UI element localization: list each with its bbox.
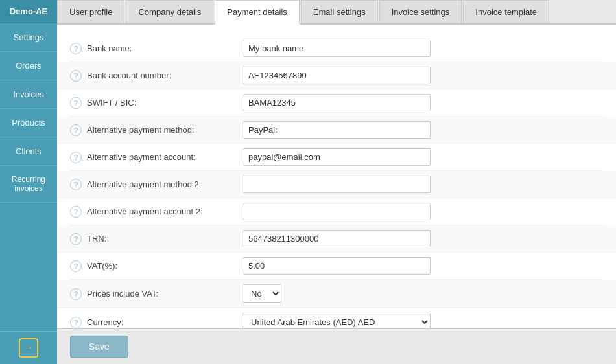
help-icon-alt-payment-method-2[interactable]: ? (70, 179, 82, 190)
help-icon-currency[interactable]: ? (70, 317, 82, 328)
sidebar-item-products[interactable]: Products (0, 109, 57, 137)
save-button[interactable]: Save (70, 336, 128, 358)
sidebar-bottom: → (0, 331, 57, 364)
field-row-swift-bic: ? SWIFT / BIC: (70, 89, 603, 117)
form-footer: Save (57, 328, 616, 364)
field-row-trn: ? TRN: (57, 225, 616, 253)
input-swift-bic[interactable] (243, 94, 431, 111)
label-prices-include-vat: Prices include VAT: (87, 289, 243, 299)
tabs-bar: User profile Company details Payment det… (57, 0, 616, 25)
main-content: User profile Company details Payment det… (57, 0, 616, 364)
label-bank-account-number: Bank account number: (87, 71, 243, 80)
label-vat: VAT(%): (87, 261, 243, 271)
sidebar-header: Demo-AE (0, 0, 57, 23)
sidebar-item-clients[interactable]: Clients (0, 137, 57, 166)
tab-invoice-template[interactable]: Invoice template (463, 0, 549, 23)
tab-company-details[interactable]: Company details (126, 0, 213, 23)
help-icon-bank-account-number[interactable]: ? (70, 70, 82, 82)
field-row-alt-payment-method: ? Alternative payment method: (57, 117, 616, 144)
field-row-bank-name: ? Bank name: (70, 35, 603, 62)
field-row-currency: ? Currency: United Arab Emirates (AED) A… (70, 308, 603, 328)
input-vat[interactable] (243, 257, 431, 275)
field-row-bank-account-number: ? Bank account number: (57, 62, 616, 89)
tab-invoice-settings[interactable]: Invoice settings (379, 0, 462, 23)
tab-user-profile[interactable]: User profile (57, 0, 124, 23)
input-bank-account-number[interactable] (243, 67, 431, 84)
input-alt-payment-method-2[interactable] (243, 176, 431, 193)
label-alt-payment-method: Alternative payment method: (87, 125, 243, 135)
help-icon-alt-payment-account[interactable]: ? (70, 152, 82, 163)
select-prices-include-vat[interactable]: No Yes (243, 284, 281, 303)
label-alt-payment-method-2: Alternative payment method 2: (87, 179, 243, 189)
sidebar-item-invoices[interactable]: Invoices (0, 80, 57, 109)
form-area: ? Bank name: ? Bank account number: ? SW… (57, 25, 616, 328)
tab-email-settings[interactable]: Email settings (301, 0, 378, 23)
help-icon-trn[interactable]: ? (70, 233, 82, 245)
label-swift-bic: SWIFT / BIC: (87, 98, 243, 108)
help-icon-vat[interactable]: ? (70, 260, 82, 272)
input-alt-payment-method[interactable] (243, 121, 431, 139)
help-icon-alt-payment-account-2[interactable]: ? (70, 206, 82, 218)
select-currency[interactable]: United Arab Emirates (AED) AED USD EUR (243, 313, 431, 328)
label-alt-payment-account-2: Alternative payment account 2: (87, 207, 243, 216)
logout-icon[interactable]: → (19, 338, 38, 358)
input-trn[interactable] (243, 230, 431, 247)
tab-payment-details[interactable]: Payment details (215, 0, 300, 25)
label-currency: Currency: (87, 317, 243, 327)
field-row-vat: ? VAT(%): (70, 253, 603, 280)
field-row-prices-include-vat: ? Prices include VAT: No Yes (57, 280, 616, 308)
help-icon-prices-include-vat[interactable]: ? (70, 288, 82, 300)
label-alt-payment-account: Alternative payment account: (87, 152, 243, 162)
input-alt-payment-account-2[interactable] (243, 203, 431, 220)
sidebar-item-recurring-invoices[interactable]: Recurring invoices (0, 166, 57, 203)
field-row-alt-payment-method-2: ? Alternative payment method 2: (57, 171, 616, 198)
field-row-alt-payment-account-2: ? Alternative payment account 2: (70, 198, 603, 225)
sidebar: Demo-AE Settings Orders Invoices Product… (0, 0, 57, 364)
label-bank-name: Bank name: (87, 43, 243, 53)
sidebar-item-orders[interactable]: Orders (0, 52, 57, 80)
input-bank-name[interactable] (243, 40, 431, 57)
sidebar-item-settings[interactable]: Settings (0, 23, 57, 52)
help-icon-swift-bic[interactable]: ? (70, 97, 82, 109)
help-icon-alt-payment-method[interactable]: ? (70, 124, 82, 136)
field-row-alt-payment-account: ? Alternative payment account: (70, 144, 603, 171)
label-trn: TRN: (87, 234, 243, 244)
help-icon-bank-name[interactable]: ? (70, 43, 82, 54)
input-alt-payment-account[interactable] (243, 148, 431, 166)
